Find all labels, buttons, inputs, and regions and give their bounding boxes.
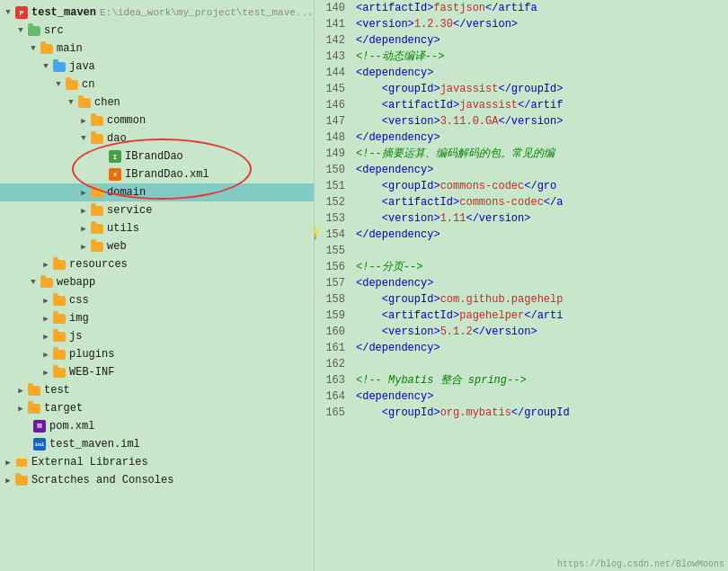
code-line-150: <dependency> — [356, 162, 724, 178]
line-num-158: 158 — [318, 291, 345, 308]
code-line-163: <!-- Mybatis 整合 spring--> — [356, 372, 724, 388]
xml-tag: <artifactId> — [356, 2, 433, 14]
code-line-154: </dependency> — [356, 227, 724, 243]
tree-label: web — [107, 240, 127, 253]
line-num-164: 164 — [318, 388, 345, 405]
tree-label: chen — [94, 96, 120, 109]
tree-item-ibranddao[interactable]: I IBrandDao — [0, 147, 314, 165]
tree-item-chen[interactable]: ▼ chen — [0, 94, 314, 112]
xml-tag: </gro — [524, 180, 556, 192]
xml-text: 1.2.30 — [414, 18, 453, 31]
tree-item-utils[interactable]: ▶ utils — [0, 219, 314, 237]
tree-item-target[interactable]: ▶ target — [0, 399, 314, 417]
tree-item-main[interactable]: ▼ main — [0, 40, 314, 58]
iml-icon: iml — [32, 437, 47, 451]
line-num-146: 146 — [318, 97, 345, 113]
arrow-icon: ▶ — [40, 296, 52, 306]
code-line-159: <artifactId>pagehelper</arti — [356, 308, 724, 324]
tree-label: WEB-INF — [69, 366, 114, 379]
xml-tag: <artifactId> — [382, 99, 459, 112]
line-num-156: 156 — [318, 259, 345, 275]
tree-item-plugins[interactable]: ▶ plugins — [0, 345, 314, 363]
tree-label: service — [107, 204, 152, 217]
tree-item-webinf[interactable]: ▶ WEB-INF — [0, 363, 314, 381]
xml-tag: <groupId> — [382, 180, 440, 192]
tree-item-src[interactable]: ▼ src — [0, 22, 314, 40]
xml-tag: </groupId — [511, 406, 570, 419]
arrow-icon: ▼ — [77, 134, 90, 143]
xml-tag: <version> — [356, 18, 414, 31]
xml-text: commons-codec — [440, 180, 525, 192]
line-num-142: 142 — [318, 32, 345, 49]
tree-item-cn[interactable]: ▼ cn — [0, 76, 314, 94]
tree-label: common — [107, 114, 146, 127]
arrow-icon: ▶ — [77, 116, 90, 126]
xml-tag: <artifactId> — [382, 196, 459, 209]
xml-tag: </groupId> — [498, 83, 563, 95]
tree-item-dao[interactable]: ▼ dao — [0, 129, 314, 147]
tree-item-web[interactable]: ▶ web — [0, 237, 314, 255]
code-line-162 — [356, 356, 724, 372]
tree-label: domain — [107, 186, 146, 199]
code-line-143: <!--动态编译--> — [356, 49, 724, 65]
tree-item-ext-lib[interactable]: ▶ External Libraries — [0, 453, 314, 471]
arrow-icon: ▶ — [40, 368, 52, 378]
xml-tag: </dependency> — [356, 34, 440, 47]
folder-icon — [52, 365, 67, 379]
folder-icon — [52, 293, 67, 308]
line-num-147: 147 — [318, 113, 345, 129]
xml-tag: <groupId> — [382, 83, 440, 95]
line-num-148: 148 — [318, 129, 345, 146]
tree-item-pom[interactable]: m pom.xml — [0, 417, 314, 435]
xml-text: javassist — [459, 99, 518, 112]
tree-item-resources[interactable]: ▶ resources — [0, 255, 314, 273]
main-container: ▼ P test_maven E:\idea_work\my_project\t… — [0, 0, 728, 571]
xml-text: 3.11.0.GA — [440, 115, 499, 128]
arrow-icon: ▶ — [2, 458, 14, 468]
tree-item-iml[interactable]: iml test_maven.iml — [0, 435, 314, 453]
tree-label: External Libraries — [31, 456, 148, 468]
tree-label: main — [57, 42, 83, 55]
code-editor[interactable]: 140 141 142 143 144 145 146 147 148 149 … — [315, 0, 728, 571]
folder-icon — [27, 383, 41, 397]
xml-tag: </version> — [466, 212, 530, 225]
xml-tag: </version> — [453, 18, 518, 31]
xml-comment: <!--摘要运算、编码解码的包。常见的编 — [356, 147, 555, 160]
tree-item-service[interactable]: ▶ service — [0, 201, 314, 219]
code-line-149: <!--摘要运算、编码解码的包。常见的编 — [356, 146, 724, 162]
xml-tag: </dependency> — [356, 131, 440, 144]
code-line-155 — [356, 243, 724, 259]
tree-item-test[interactable]: ▶ test — [0, 381, 314, 399]
line-num-150: 150 — [318, 162, 345, 178]
tree-label: IBrandDao — [125, 150, 183, 163]
tree-item-scratches[interactable]: ▶ Scratches and Consoles — [0, 471, 314, 489]
tree-item-java[interactable]: ▼ java — [0, 58, 314, 76]
line-num-165: 165 — [318, 405, 345, 421]
tree-item-common[interactable]: ▶ common — [0, 112, 314, 129]
tree-label: js — [69, 330, 82, 343]
tree-item-webapp[interactable]: ▼ webapp — [0, 273, 314, 291]
xml-text: pagehelper — [459, 309, 524, 322]
code-line-161: </dependency> — [356, 340, 724, 356]
tree-item-css[interactable]: ▶ css — [0, 291, 314, 309]
line-num-155: 155 — [318, 243, 345, 259]
tree-item-ibranddao-xml[interactable]: x IBrandDao.xml — [0, 165, 314, 183]
tree-label: test — [44, 384, 70, 397]
tree-item-test_maven[interactable]: ▼ P test_maven E:\idea_work\my_project\t… — [0, 4, 314, 22]
folder-icon — [90, 239, 104, 254]
xml-tag: <groupId> — [382, 406, 440, 419]
line-num-152: 152 — [318, 194, 345, 210]
tree-item-js[interactable]: ▶ js — [0, 327, 314, 345]
xml-icon: x — [108, 167, 122, 182]
xml-text: javassist — [440, 83, 499, 95]
tree-item-domain[interactable]: ▶ domain — [0, 183, 314, 201]
folder-icon — [90, 221, 104, 236]
folder-icon — [65, 77, 79, 92]
line-num-143: 143 — [318, 49, 345, 65]
tree-item-img[interactable]: ▶ img — [0, 309, 314, 327]
arrow-icon: ▶ — [40, 314, 52, 324]
pom-icon: m — [32, 419, 47, 433]
xml-tag: <dependency> — [356, 164, 433, 176]
arrow-icon: ▶ — [40, 332, 52, 342]
tree-label: test_maven.iml — [49, 438, 140, 451]
